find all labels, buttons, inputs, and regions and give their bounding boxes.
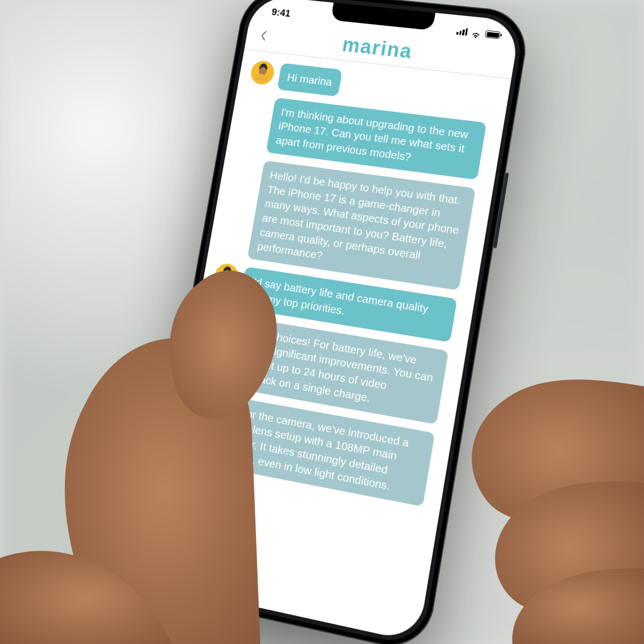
chat-bubble-user: Hi marina <box>277 63 342 96</box>
phone-screen: 9:41 <box>149 0 521 642</box>
cellular-signal-icon <box>456 27 468 36</box>
user-avatar <box>249 60 276 85</box>
chevron-left-icon <box>259 30 268 41</box>
status-time: 9:41 <box>271 6 291 19</box>
phone-frame: 9:41 <box>138 0 532 644</box>
chat-bubble-bot: Hello! I'd be happy to help you with tha… <box>247 160 476 290</box>
chat-thread[interactable]: Hi marina I'm thinking about upgrading t… <box>168 49 511 532</box>
back-button[interactable] <box>255 28 272 43</box>
user-avatar <box>213 262 240 290</box>
chat-bubble-bot: As for the camera, we've introduced a qu… <box>211 395 435 507</box>
message-row: As for the camera, we've introduced a qu… <box>182 390 441 508</box>
battery-icon <box>485 30 501 39</box>
wifi-icon <box>471 29 481 38</box>
